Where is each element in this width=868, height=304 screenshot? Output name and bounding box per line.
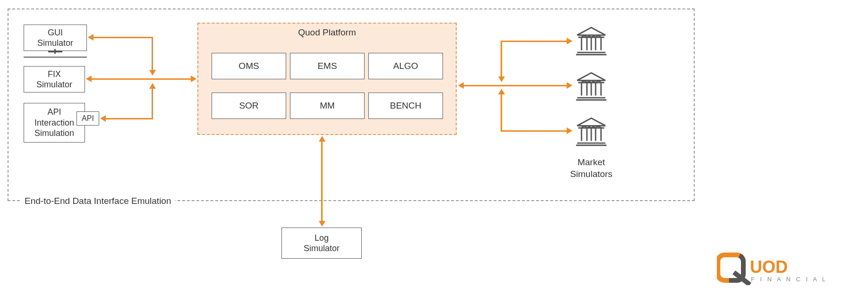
arrow-head-icon [149,70,156,76]
arrow-head-icon [498,76,505,82]
arrow-line [93,37,153,38]
svg-marker-9 [577,73,605,80]
quod-financial-logo: UOD F I N A N C I A L [717,252,835,285]
module-sor: SOR [212,93,286,119]
arrow-head-icon [319,136,325,142]
svg-marker-0 [577,27,605,35]
module-mm: MM [290,93,365,119]
arrow-line [152,37,153,71]
arrow-line [501,130,568,132]
log-simulator-box: Log Simulator [281,228,362,259]
arrow-line [321,141,323,222]
arrow-head-icon [498,89,505,94]
arrow-head-icon [458,82,464,89]
monitor-stand [48,51,62,52]
arrow-line [105,118,153,119]
arrow-line [501,41,502,77]
building-icon [574,26,608,56]
arrow-head-icon [86,76,92,82]
platform-title: Quod Platform [197,27,457,38]
logo-sub-text: F I N A N C I A L [751,276,827,283]
building-icon [574,117,608,146]
arrow-head-icon [319,221,325,227]
arrow-head-icon [149,83,156,89]
module-algo: ALGO [368,53,443,79]
arrow-line [501,93,502,131]
module-ems: EMS [290,53,365,79]
logo-brand-text: UOD [750,257,788,277]
module-bench: BENCH [368,93,443,119]
api-simulator-box: API Interaction Simulation [24,103,85,143]
api-badge: API [77,111,99,126]
arrow-line [463,85,568,86]
arrow-line [162,78,192,80]
arrow-line [501,41,568,42]
arrow-head-icon [88,34,94,41]
building-icon [574,72,608,101]
module-oms: OMS [212,53,286,79]
arrow-head-icon [100,115,106,122]
fix-simulator-box: FIX Simulator [24,66,85,93]
svg-marker-18 [577,118,605,126]
arrow-head-icon [567,82,572,89]
emulation-label: End-to-End Data Interface Emulation [21,196,175,206]
market-simulators-label: Market Simulators [563,157,620,180]
arrow-head-icon [567,127,572,134]
arrow-line [152,88,153,119]
monitor-base [24,57,87,58]
gui-simulator-box: GUI Simulator [24,25,87,51]
arrow-head-icon [567,38,572,44]
